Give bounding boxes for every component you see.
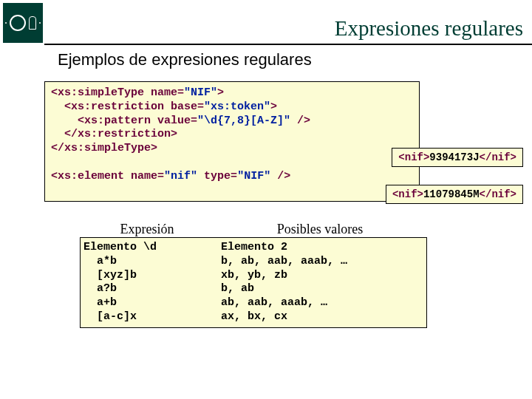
code-line: <xs:simpleType xyxy=(51,86,151,99)
logo xyxy=(3,3,43,43)
title-divider xyxy=(44,44,532,45)
example-nif-1: <nif>9394173J</nif> xyxy=(392,148,523,167)
col-header-vals: Posibles valores xyxy=(214,222,426,237)
table-head: Expresión Posibles valores xyxy=(80,222,427,237)
table-body: Elemento \d a*b [xyz]b a?b a+b [a-c]x El… xyxy=(80,237,427,328)
subtitle: Ejemplos de expresiones regulares xyxy=(58,50,312,69)
slide-title: Expresiones regulares xyxy=(335,16,523,41)
col-vals: Elemento 2 b, ab, aab, aaab, … xb, yb, z… xyxy=(215,241,426,324)
code-block-schema: <xs:simpleType name="NIF"> <xs:restricti… xyxy=(44,81,420,202)
example-nif-2: <nif>11079845M</nif> xyxy=(386,185,523,204)
regex-table: Expresión Posibles valores Elemento \d a… xyxy=(80,222,427,328)
col-header-expr: Expresión xyxy=(80,222,214,237)
col-expr: Elemento \d a*b [xyz]b a?b a+b [a-c]x xyxy=(81,241,215,324)
